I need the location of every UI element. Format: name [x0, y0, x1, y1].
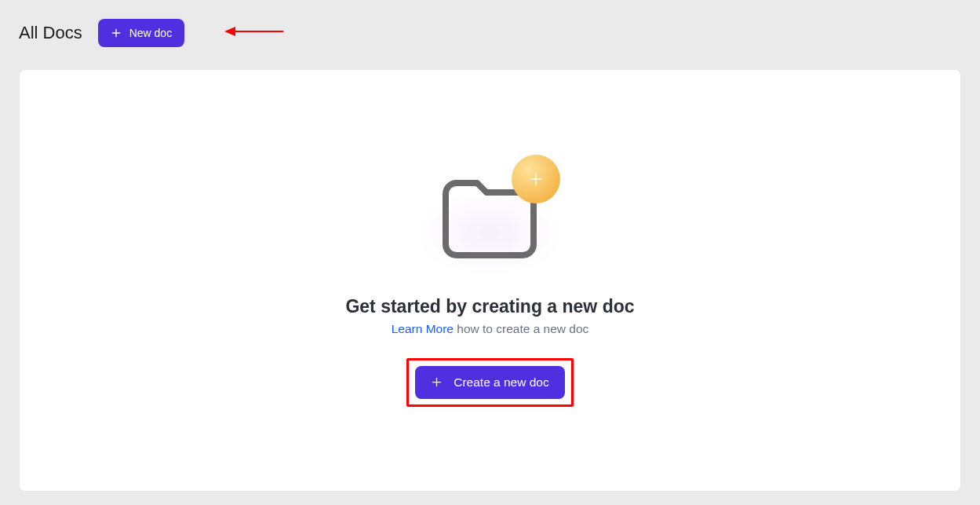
new-doc-button[interactable]: New doc [98, 19, 184, 47]
learn-more-link[interactable]: Learn More [392, 322, 454, 335]
cta-highlight-annotation: Create a new doc [406, 358, 574, 407]
empty-state-subline: Learn More how to create a new doc [392, 322, 589, 336]
empty-state: Get started by creating a new doc Learn … [345, 155, 634, 407]
arrow-annotation-icon [224, 25, 283, 41]
page-header: All Docs New doc [19, 19, 961, 47]
page-title: All Docs [19, 23, 82, 43]
plus-badge-icon [512, 155, 560, 203]
create-new-doc-button[interactable]: Create a new doc [415, 366, 565, 399]
subline-text: how to create a new doc [457, 322, 588, 335]
create-new-doc-label: Create a new doc [454, 375, 549, 390]
plus-icon [431, 376, 443, 388]
empty-folder-illustration [411, 155, 568, 280]
empty-state-title: Get started by creating a new doc [345, 296, 634, 317]
docs-card: Get started by creating a new doc Learn … [19, 69, 961, 492]
svg-marker-3 [224, 27, 235, 36]
new-doc-button-label: New doc [129, 27, 172, 39]
plus-icon [111, 27, 122, 38]
